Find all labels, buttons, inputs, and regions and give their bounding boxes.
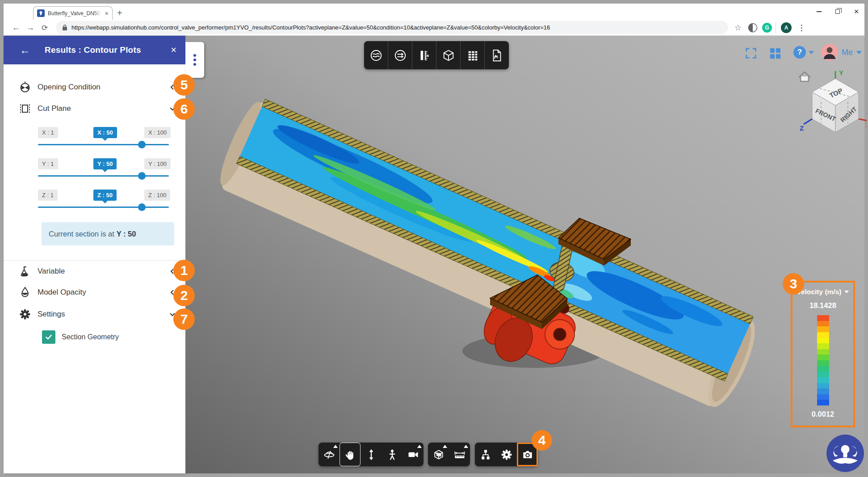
slider-x-thumb[interactable] <box>138 141 146 148</box>
back-arrow-icon[interactable]: ← <box>20 44 30 56</box>
orbit-rotate-icon <box>323 448 335 461</box>
scene-tree-button[interactable] <box>475 443 496 466</box>
window-minimize-button[interactable] <box>809 4 828 20</box>
help-menu[interactable]: ? <box>793 46 814 59</box>
legend-color-segment <box>817 332 829 338</box>
vector-plot-button[interactable] <box>388 41 412 69</box>
data-table-button[interactable] <box>461 41 485 69</box>
video-camera-icon <box>407 448 419 461</box>
slider-x-track[interactable] <box>38 144 169 145</box>
slider-y-max-chip: Y : 100 <box>144 158 171 169</box>
contour-plot-button[interactable] <box>364 41 388 69</box>
viewport-3d-scene[interactable] <box>185 36 864 473</box>
export-pdf-button[interactable] <box>485 41 509 69</box>
step-badge-5: 5 <box>173 74 195 96</box>
checkbox-checked-icon[interactable] <box>42 330 55 344</box>
forward-button[interactable]: → <box>24 21 37 34</box>
slider-z-value-chip: Z : 50 <box>93 190 117 201</box>
browser-tab[interactable]: Butterfly_Valve_DN50 | Control Va × <box>33 6 113 20</box>
legend-title: Velocity (m/s) <box>797 288 842 296</box>
orbit-rotate-button[interactable] <box>319 443 340 466</box>
isometric-view-icon <box>442 49 455 62</box>
sidebar-section-variable[interactable]: Variable <box>4 261 185 282</box>
profile-avatar[interactable]: A <box>781 22 792 33</box>
sidebar-section-settings[interactable]: Settings <box>4 304 185 325</box>
gear-icon <box>500 448 513 461</box>
zoom-arrows-icon <box>365 448 377 461</box>
slider-y-thumb[interactable] <box>138 172 146 180</box>
window-close-button[interactable]: × <box>847 4 866 20</box>
legend-color-segment <box>817 394 829 400</box>
window-restore-button[interactable] <box>828 4 847 20</box>
isometric-view-button[interactable] <box>436 41 461 69</box>
legend-color-segment <box>817 349 829 355</box>
grammarly-extension-icon[interactable]: G <box>762 23 772 33</box>
cut-plane-legend-button[interactable] <box>412 41 436 69</box>
sidebar-section-opening-condition[interactable]: Opening Condition <box>4 77 185 97</box>
extension-halfmoon-icon[interactable] <box>748 23 758 34</box>
view-cube-widget[interactable]: Y X Z TOP FRONT RIGHT <box>795 66 867 135</box>
address-bar[interactable]: https://webapp.simulationhub.com/control… <box>56 21 728 34</box>
pan-hand-icon <box>344 449 356 460</box>
legend-colorbar <box>817 315 829 405</box>
sidebar-overflow-menu[interactable] <box>185 42 204 78</box>
flask-icon <box>19 265 31 278</box>
measure-ruler-button[interactable] <box>449 443 470 466</box>
legend-variable-dropdown[interactable]: Velocity (m/s) <box>797 288 849 296</box>
fullscreen-icon[interactable] <box>744 46 758 60</box>
apps-grid-icon[interactable] <box>768 46 782 60</box>
new-tab-button[interactable]: + <box>117 8 122 18</box>
help-icon: ? <box>793 46 806 59</box>
section-box-icon <box>432 448 445 461</box>
simulationhub-logo[interactable] <box>826 434 865 473</box>
bookmark-star-icon[interactable]: ☆ <box>732 21 744 34</box>
user-menu-label: Me <box>842 48 853 57</box>
cut-plane-legend-icon <box>418 49 431 62</box>
legend-min-value: 0.0012 <box>812 410 834 418</box>
tab-title: Butterfly_Valve_DN50 | Control Va <box>48 10 102 17</box>
viewer-settings-button[interactable] <box>496 443 517 466</box>
pan-hand-button[interactable] <box>340 443 361 466</box>
axis-y-label: Y <box>839 69 843 76</box>
lock-icon <box>62 24 67 31</box>
tab-close-icon[interactable]: × <box>105 10 109 17</box>
flyout-arrow-icon <box>333 445 338 448</box>
legend-color-segment <box>817 400 829 405</box>
slider-x-value-chip: X : 50 <box>93 127 117 138</box>
sidebar-section-model-opacity[interactable]: Model Opacity <box>4 282 185 303</box>
browser-menu-icon[interactable]: ⋮ <box>795 21 808 34</box>
slider-z-track[interactable] <box>38 207 169 208</box>
sidebar-section-cut-plane[interactable]: Cut Plane <box>4 98 185 119</box>
legend-color-segment <box>817 326 829 332</box>
walkthrough-button[interactable] <box>382 443 403 466</box>
section-box-button[interactable] <box>428 443 449 466</box>
slider-z-thumb[interactable] <box>138 203 146 211</box>
sidebar-close-icon[interactable]: × <box>171 44 176 56</box>
results-mode-toolbar <box>364 41 509 69</box>
slider-y-min-chip: Y : 1 <box>38 158 58 169</box>
back-button[interactable]: ← <box>10 21 22 34</box>
legend-color-segment <box>817 355 829 360</box>
flyout-arrow-icon <box>417 445 422 448</box>
legend-color-segment <box>817 371 829 377</box>
legend-color-segment <box>817 366 829 372</box>
section-geometry-toggle[interactable]: Section Geometry <box>4 327 185 347</box>
section-label: Model Opacity <box>38 288 86 297</box>
slider-z-max-chip: Z : 100 <box>144 190 170 201</box>
slider-y-track[interactable] <box>38 175 169 177</box>
legend-color-segment <box>817 343 829 349</box>
gear-icon <box>19 308 31 321</box>
axis-z-label: Z <box>800 124 804 132</box>
slider-z-min-chip: Z : 1 <box>38 190 58 201</box>
restore-icon <box>835 9 840 14</box>
step-badge-2: 2 <box>173 285 195 306</box>
current-section-info: Current section is at Y : 50 <box>42 222 174 245</box>
checkbox-label: Section Geometry <box>62 333 119 341</box>
user-menu[interactable]: Me <box>821 44 862 61</box>
toolbar-divider <box>776 22 776 33</box>
animation-camera-button[interactable] <box>403 443 424 466</box>
reload-button[interactable]: ⟳ <box>38 21 51 34</box>
zoom-updown-button[interactable] <box>361 443 382 466</box>
sidebar-title: Results : Contour Plots <box>45 45 141 55</box>
person-walk-icon <box>386 448 398 461</box>
